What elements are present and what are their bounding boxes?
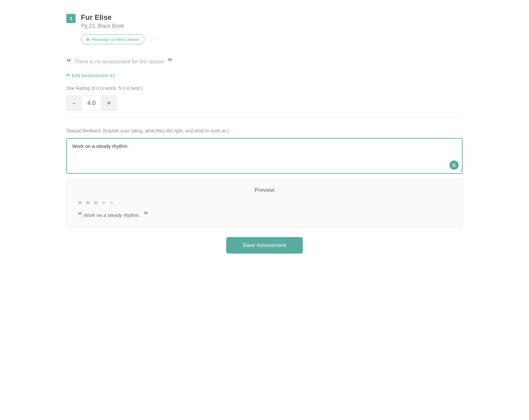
star-rating-stepper: - 4.0 + (66, 95, 463, 111)
preview-quote-block: ❝ Work on a steady rhythm. ❞ (77, 211, 452, 219)
lesson-subtitle: Pg 23, Black Book (81, 23, 145, 29)
lesson-title: Fur Elise (81, 13, 145, 22)
preview-quote-text: Work on a steady rhythm. (84, 212, 140, 218)
feedback-label: Textual feedback (Explain your rating, w… (66, 127, 463, 134)
preview-open-quote-icon: ❝ (77, 211, 81, 219)
reassign-button[interactable]: ⊕ Reassign to Next Lesson (81, 34, 145, 44)
feedback-hint-text: (Explain your rating, what they did righ… (103, 128, 229, 133)
reassign-label: Reassign to Next Lesson (92, 37, 140, 42)
assessment-section: Edit Assessment #1 Star Rating (0.0 is w… (66, 73, 463, 111)
star-1: ★ (77, 198, 83, 207)
increment-button[interactable]: + (101, 95, 117, 111)
divider (66, 117, 463, 118)
star-rating-label: Star Rating (0.0 is worst. 5.0 is best.) (66, 85, 463, 91)
chevron-up-icon (66, 73, 70, 78)
lesson-number-badge: 1 (66, 14, 76, 23)
star-4: ★ (100, 198, 107, 207)
save-btn-wrapper: Save Assessment (66, 237, 463, 267)
rating-value-display: 4.0 (82, 95, 101, 111)
no-assessment-quote: ❝ There is no assessment for this lesson… (66, 57, 463, 66)
decrement-button[interactable]: - (66, 95, 82, 111)
feedback-label-text: Textual feedback (66, 128, 101, 133)
edit-assessment-label: Edit Assessment #1 (72, 73, 115, 78)
preview-close-quote-icon: ❞ (143, 211, 147, 219)
no-assessment-text: There is no assessment for this lesson (74, 59, 164, 65)
lesson-header: 1 Fur Elise Pg 23, Black Book ⊕ Reassign… (66, 13, 463, 44)
star-rating-hint: (0.0 is worst. 5.0 is best.) (91, 86, 143, 91)
page-container: 1 Fur Elise Pg 23, Black Book ⊕ Reassign… (66, 7, 463, 273)
feedback-textarea-wrapper: Work on a steady rhythm. G (66, 138, 463, 174)
lesson-title-block: Fur Elise Pg 23, Black Book ⊕ Reassign t… (81, 13, 145, 44)
save-assessment-button[interactable]: Save Assessment (226, 237, 303, 254)
star-2: ★ (85, 198, 91, 207)
open-quote-icon: ❝ (66, 57, 71, 66)
preview-title: Preview (77, 187, 452, 193)
preview-stars: ★ ★ ★ ★ ★ (77, 198, 452, 207)
star-5: ★ (108, 198, 115, 207)
star-rating-text: Star Rating (66, 86, 89, 91)
feedback-textarea[interactable]: Work on a steady rhythm. (67, 139, 462, 172)
preview-box: Preview ★ ★ ★ ★ ★ ❝ Work on a steady rhy… (66, 179, 463, 227)
edit-assessment-link[interactable]: Edit Assessment #1 (66, 73, 115, 78)
star-3: ★ (92, 198, 99, 207)
reassign-icon: ⊕ (86, 37, 90, 42)
close-quote-icon: ❞ (168, 57, 172, 66)
grammarly-icon: G (449, 160, 459, 170)
